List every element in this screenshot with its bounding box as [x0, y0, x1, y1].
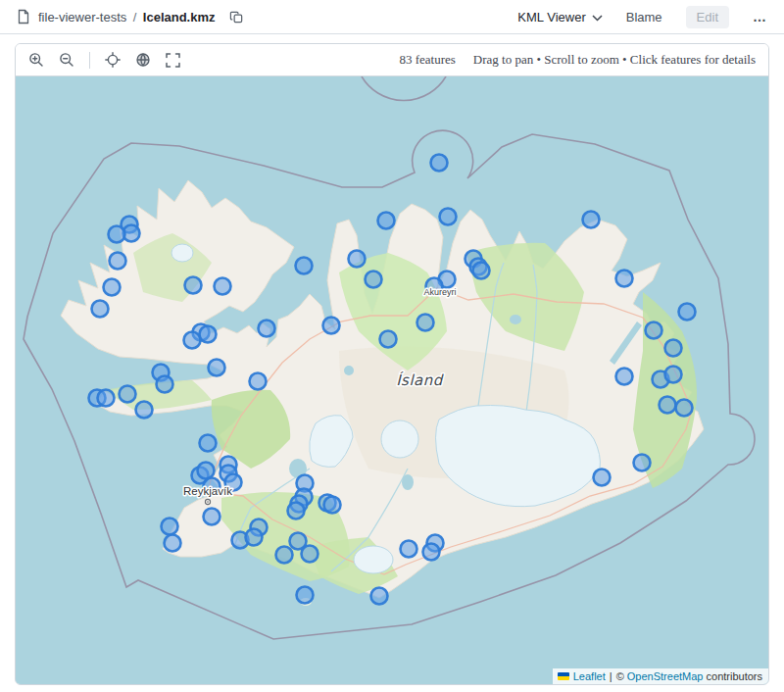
- map-marker[interactable]: [246, 529, 263, 546]
- map-marker[interactable]: [616, 271, 633, 287]
- breadcrumb: file-viewer-tests / Iceland.kmz: [38, 8, 216, 25]
- globe-icon[interactable]: [135, 52, 151, 68]
- map-marker[interactable]: [423, 544, 440, 561]
- map-marker[interactable]: [431, 155, 448, 172]
- leaflet-map[interactable]: Akureyri Reykjavík Ísland Leaflet | © Op…: [16, 76, 768, 684]
- map-attribution: Leaflet | © OpenStreetMap contributors: [553, 668, 768, 684]
- map-marker[interactable]: [120, 386, 136, 403]
- leaflet-link[interactable]: Leaflet: [573, 670, 606, 682]
- viewer-mode-dropdown[interactable]: KML Viewer: [517, 10, 602, 25]
- blame-button[interactable]: Blame: [626, 10, 662, 25]
- map-marker[interactable]: [371, 588, 388, 605]
- breadcrumb-repo[interactable]: file-viewer-tests: [38, 10, 126, 25]
- kebab-menu-icon[interactable]: …: [753, 9, 767, 25]
- map-marker[interactable]: [104, 279, 121, 296]
- breadcrumb-separator: /: [133, 10, 137, 25]
- map-marker[interactable]: [98, 390, 115, 407]
- file-icon: [17, 9, 30, 25]
- map-marker[interactable]: [288, 503, 305, 519]
- glacier-hofsjokull: [381, 420, 418, 458]
- feature-count: 83 features: [399, 52, 455, 68]
- map-marker[interactable]: [349, 251, 366, 268]
- map-marker[interactable]: [380, 331, 397, 348]
- attribution-separator: |: [610, 670, 612, 682]
- map-marker[interactable]: [296, 258, 313, 274]
- map-marker[interactable]: [276, 547, 293, 564]
- map-marker[interactable]: [259, 321, 275, 337]
- map-marker[interactable]: [401, 541, 417, 558]
- chevron-down-icon: [592, 10, 603, 25]
- map-marker[interactable]: [665, 340, 682, 357]
- glacier-myrdalsjokull: [354, 546, 393, 573]
- map-marker[interactable]: [324, 497, 341, 514]
- glacier-drangajokull: [172, 244, 193, 262]
- city-label-reykjavik: Reykjavík: [183, 485, 232, 497]
- map-marker[interactable]: [366, 272, 382, 288]
- copyright-symbol: ©: [616, 670, 624, 682]
- map-marker[interactable]: [323, 318, 340, 334]
- country-label-island: Ísland: [396, 371, 445, 389]
- lake-myvatn: [510, 315, 521, 324]
- map-marker[interactable]: [594, 470, 611, 486]
- map-marker[interactable]: [417, 315, 434, 331]
- fullscreen-icon[interactable]: [166, 53, 180, 68]
- map-marker[interactable]: [209, 360, 225, 376]
- map-marker[interactable]: [136, 402, 153, 419]
- map-marker[interactable]: [157, 376, 173, 393]
- map-marker[interactable]: [302, 546, 318, 563]
- map-marker[interactable]: [676, 400, 693, 417]
- town-label-akureyri: Akureyri: [423, 287, 456, 297]
- map-marker[interactable]: [109, 226, 125, 243]
- map-marker[interactable]: [184, 332, 201, 349]
- map-marker[interactable]: [162, 519, 178, 535]
- map-marker[interactable]: [660, 397, 676, 414]
- file-header: file-viewer-tests / Iceland.kmz KML View…: [0, 0, 784, 34]
- map-marker[interactable]: [200, 435, 217, 452]
- map-marker[interactable]: [473, 263, 490, 279]
- map-marker[interactable]: [110, 253, 126, 270]
- map-marker[interactable]: [215, 278, 231, 295]
- viewer-mode-label: KML Viewer: [517, 10, 585, 25]
- map-marker[interactable]: [616, 369, 633, 385]
- lake-thorisvatn: [402, 474, 414, 490]
- map-marker[interactable]: [165, 535, 181, 552]
- osm-link[interactable]: OpenStreetMap: [627, 670, 704, 682]
- locate-icon[interactable]: [105, 52, 121, 68]
- map-marker[interactable]: [297, 587, 314, 604]
- map-marker[interactable]: [250, 373, 267, 390]
- attribution-suffix: contributors: [707, 670, 762, 682]
- copy-path-button[interactable]: [229, 10, 244, 25]
- map-marker[interactable]: [378, 213, 395, 229]
- zoom-in-icon[interactable]: [28, 52, 44, 68]
- edit-button[interactable]: Edit: [686, 6, 729, 28]
- map-marker[interactable]: [92, 301, 109, 318]
- basemap-svg: Akureyri Reykjavík Ísland: [16, 76, 768, 684]
- lake-blondulon: [344, 366, 354, 375]
- map-marker[interactable]: [646, 322, 662, 339]
- toolbar-divider: [89, 52, 90, 69]
- kml-viewer-panel: 83 features Drag to pan • Scroll to zoom…: [15, 43, 769, 685]
- breadcrumb-file: Iceland.kmz: [143, 10, 216, 25]
- ukraine-flag-icon: [558, 672, 569, 680]
- city-dot-center: [207, 501, 209, 503]
- map-marker[interactable]: [583, 212, 600, 228]
- map-marker[interactable]: [634, 455, 651, 471]
- map-hint-text: Drag to pan • Scroll to zoom • Click fea…: [473, 52, 756, 68]
- map-toolbar: 83 features Drag to pan • Scroll to zoom…: [16, 44, 768, 76]
- map-marker[interactable]: [440, 209, 457, 225]
- map-marker[interactable]: [198, 463, 215, 479]
- map-marker[interactable]: [679, 304, 696, 321]
- map-marker[interactable]: [200, 326, 217, 343]
- map-marker[interactable]: [204, 509, 220, 525]
- map-marker[interactable]: [665, 367, 682, 383]
- zoom-out-icon[interactable]: [59, 52, 74, 68]
- map-marker[interactable]: [185, 277, 202, 294]
